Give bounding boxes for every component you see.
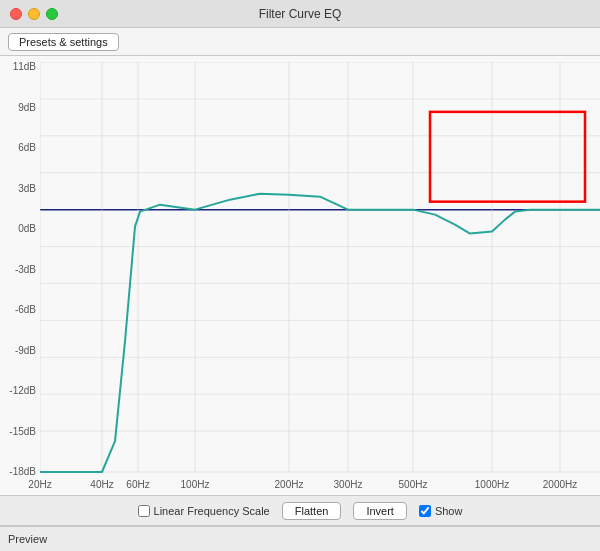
chart-plot[interactable] [40, 62, 600, 473]
y-label-9db: 9dB [0, 103, 40, 113]
linear-scale-checkbox[interactable] [138, 505, 150, 517]
flatten-button[interactable]: Flatten [282, 502, 342, 520]
y-label-0db: 0dB [0, 224, 40, 234]
y-label-neg18db: -18dB [0, 467, 40, 477]
show-checkbox-label[interactable]: Show [419, 505, 463, 517]
y-label-neg9db: -9dB [0, 346, 40, 356]
show-checkbox[interactable] [419, 505, 431, 517]
bottom-bar: Linear Frequency Scale Flatten Invert Sh… [0, 496, 600, 526]
preview-bar: Preview [0, 526, 600, 551]
y-label-11db: 11dB [0, 62, 40, 72]
y-label-6db: 6dB [0, 143, 40, 153]
x-axis: 20Hz 40Hz 60Hz 100Hz 200Hz 300Hz 500Hz 1… [40, 473, 600, 495]
x-label-100hz: 100Hz [181, 479, 210, 490]
chart-area: 11dB 9dB 6dB 3dB 0dB -3dB -6dB -9dB -12d… [0, 56, 600, 496]
x-label-40hz: 40Hz [90, 479, 113, 490]
x-label-60hz: 60Hz [126, 479, 149, 490]
presets-settings-button[interactable]: Presets & settings [8, 33, 119, 51]
linear-scale-text: Linear Frequency Scale [154, 505, 270, 517]
x-label-300hz: 300Hz [334, 479, 363, 490]
x-label-1000hz: 1000Hz [475, 479, 509, 490]
y-label-neg3db: -3dB [0, 265, 40, 275]
close-button[interactable] [10, 8, 22, 20]
maximize-button[interactable] [46, 8, 58, 20]
window-controls [10, 8, 58, 20]
y-label-neg15db: -15dB [0, 427, 40, 437]
x-label-2000hz: 2000Hz [543, 479, 577, 490]
invert-button[interactable]: Invert [353, 502, 407, 520]
minimize-button[interactable] [28, 8, 40, 20]
title-bar: Filter Curve EQ [0, 0, 600, 28]
y-label-3db: 3dB [0, 184, 40, 194]
y-label-neg6db: -6dB [0, 305, 40, 315]
x-label-500hz: 500Hz [399, 479, 428, 490]
window-title: Filter Curve EQ [259, 7, 342, 21]
y-label-neg12db: -12dB [0, 386, 40, 396]
chart-svg [40, 62, 600, 473]
x-label-20hz: 20Hz [28, 479, 51, 490]
svg-rect-21 [430, 112, 585, 202]
linear-scale-checkbox-label[interactable]: Linear Frequency Scale [138, 505, 270, 517]
show-text: Show [435, 505, 463, 517]
toolbar: Presets & settings [0, 28, 600, 56]
y-axis: 11dB 9dB 6dB 3dB 0dB -3dB -6dB -9dB -12d… [0, 56, 40, 495]
x-label-200hz: 200Hz [275, 479, 304, 490]
preview-label: Preview [8, 533, 47, 545]
